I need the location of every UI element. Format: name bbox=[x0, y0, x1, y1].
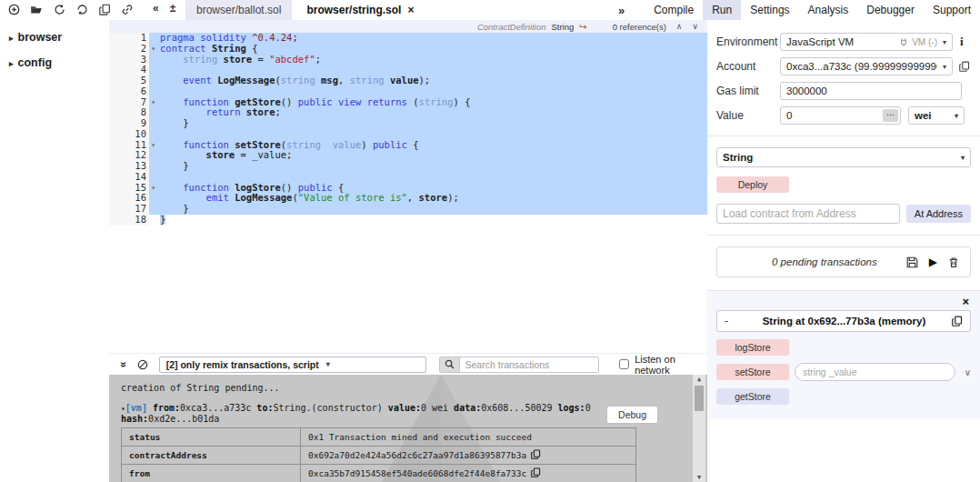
terminal-log-line[interactable]: creation of String pending... bbox=[121, 383, 632, 394]
fold-icon[interactable]: ▾ bbox=[151, 97, 155, 108]
filter-label: [2] only remix transactions, script bbox=[166, 359, 319, 370]
play-icon[interactable]: ▶ bbox=[929, 256, 937, 268]
at-address-row: At Address bbox=[716, 204, 971, 224]
gist-all-icon[interactable]: ± bbox=[170, 2, 176, 15]
divider bbox=[707, 136, 980, 136]
unit-select[interactable]: wei ▾ bbox=[908, 106, 965, 125]
account-select[interactable]: 0xca3...a733c (99.9999999999964582 ▾ bbox=[780, 57, 953, 75]
goto-reference-icon[interactable]: ↪ bbox=[579, 22, 586, 32]
nav-tab-debugger[interactable]: Debugger bbox=[857, 0, 924, 20]
next-reference-icon[interactable]: ∨ bbox=[692, 22, 698, 31]
expand-args-icon[interactable]: ∨ bbox=[965, 367, 971, 377]
function-row: getStore bbox=[716, 388, 971, 405]
terminal-scrollbar[interactable]: ▲ ▼ bbox=[693, 375, 705, 482]
at-address-button[interactable]: At Address bbox=[906, 205, 971, 223]
top-bar: « ± browser/ballot.solbrowser/string.sol… bbox=[0, 0, 980, 20]
scrollbar-thumb[interactable] bbox=[695, 386, 704, 411]
code-text: } bbox=[149, 204, 707, 215]
function-button-logstore[interactable]: logStore bbox=[716, 339, 789, 356]
function-args-input[interactable] bbox=[803, 367, 947, 377]
breadcrumb-node-type: ContractDefinition bbox=[477, 22, 546, 32]
search-icon bbox=[440, 357, 460, 372]
open-file-icon[interactable] bbox=[30, 3, 43, 16]
publish-gist-icon[interactable] bbox=[53, 3, 65, 16]
collapse-instance-icon[interactable]: - bbox=[725, 315, 743, 327]
terminal-output[interactable]: creation of String pending...▾[vm] from:… bbox=[109, 375, 707, 482]
at-address-input[interactable] bbox=[723, 208, 894, 219]
collapse-file-panel-icon[interactable]: « bbox=[153, 2, 159, 15]
sidebar-item-browser[interactable]: ▸browser bbox=[0, 20, 109, 45]
run-panel: Environment JavaScript VM VM (-) ▾ i Acc… bbox=[707, 20, 980, 482]
search-input[interactable] bbox=[460, 357, 599, 372]
nav-tab-analysis[interactable]: Analysis bbox=[799, 0, 858, 20]
sidebar-item-config[interactable]: ▸config bbox=[0, 45, 109, 71]
link-icon[interactable] bbox=[121, 3, 134, 16]
gas-limit-input[interactable] bbox=[786, 85, 955, 96]
listen-on-network: Listen on network bbox=[619, 354, 707, 376]
save-icon[interactable] bbox=[906, 256, 918, 268]
deployed-contract-header[interactable]: - String at 0x692...77b3a (memory) bbox=[716, 310, 971, 332]
code-line[interactable]: 13 } bbox=[109, 161, 707, 172]
sync-icon[interactable] bbox=[75, 3, 88, 16]
editor-tab[interactable]: browser/string.sol× bbox=[295, 0, 425, 20]
listen-checkbox[interactable] bbox=[619, 359, 629, 369]
copy-icon[interactable] bbox=[531, 468, 541, 479]
table-row: status0x1 Transaction mined and executio… bbox=[121, 427, 636, 446]
nav-tab-settings[interactable]: Settings bbox=[741, 0, 798, 20]
terminal-toolbar: « [2] only remix transactions, script ▾ … bbox=[109, 353, 707, 375]
editor-tab[interactable]: browser/ballot.sol bbox=[185, 0, 292, 20]
code-editor[interactable]: 1pragma solidity ^0.4.24;2▾contract Stri… bbox=[109, 33, 707, 353]
recorder-actions: ▶ bbox=[906, 256, 959, 268]
environment-label: Environment bbox=[716, 35, 780, 48]
trash-icon[interactable] bbox=[948, 256, 959, 268]
info-icon[interactable]: i bbox=[960, 35, 964, 49]
copy-address-icon[interactable] bbox=[952, 316, 963, 326]
code-text: return store; bbox=[149, 107, 707, 118]
nav-tab-run[interactable]: Run bbox=[703, 0, 741, 20]
transactions-filter-select[interactable]: [2] only remix transactions, script ▾ bbox=[159, 356, 426, 373]
close-icon[interactable]: × bbox=[716, 295, 971, 308]
function-button-getstore[interactable]: getStore bbox=[716, 388, 789, 405]
pending-transactions-text: 0 pending transactions bbox=[772, 256, 877, 267]
copy-files-icon[interactable] bbox=[98, 3, 111, 16]
fold-icon[interactable]: ▾ bbox=[151, 183, 155, 194]
at-address-field bbox=[716, 204, 900, 224]
function-args-field bbox=[795, 363, 955, 381]
terminal-expand-icon[interactable]: « bbox=[116, 361, 129, 367]
value-input[interactable] bbox=[786, 110, 880, 121]
code-line[interactable]: 17 } bbox=[109, 204, 707, 215]
more-panels-icon[interactable]: » bbox=[611, 4, 645, 17]
scroll-up-icon[interactable]: ▲ bbox=[697, 375, 701, 384]
deploy-button[interactable]: Deploy bbox=[716, 176, 789, 193]
file-toolbar bbox=[7, 3, 134, 16]
function-row: setStore∨ bbox=[716, 363, 971, 381]
debug-button[interactable]: Debug bbox=[606, 406, 658, 424]
line-number: 18 bbox=[109, 215, 149, 226]
scroll-down-icon[interactable]: ▼ bbox=[697, 473, 701, 482]
terminal-clear-icon[interactable] bbox=[137, 359, 148, 370]
value-options-icon[interactable]: ⋯ bbox=[883, 109, 898, 122]
fold-icon[interactable]: ▾ bbox=[151, 140, 155, 151]
environment-select[interactable]: JavaScript VM VM (-) ▾ bbox=[780, 33, 953, 51]
code-line[interactable]: 16 emit LogMessage("Value of store is", … bbox=[109, 193, 707, 204]
code-line[interactable]: 8 return store; bbox=[109, 107, 707, 118]
close-tab-icon[interactable]: × bbox=[407, 4, 414, 16]
code-line[interactable]: 9 } bbox=[109, 118, 707, 129]
function-button-setstore[interactable]: setStore bbox=[716, 364, 789, 380]
code-line[interactable]: 12 store = _value; bbox=[109, 150, 707, 161]
code-line[interactable]: 3 string store = "abcdef"; bbox=[109, 55, 707, 65]
code-line[interactable]: 18} bbox=[109, 215, 707, 226]
folder-label: config bbox=[18, 56, 53, 69]
new-file-icon[interactable] bbox=[7, 3, 20, 16]
fold-icon[interactable]: ▾ bbox=[151, 44, 155, 55]
nav-tab-compile[interactable]: Compile bbox=[645, 0, 703, 20]
previous-reference-icon[interactable]: ∧ bbox=[676, 22, 683, 31]
nav-tab-support[interactable]: Support bbox=[924, 0, 980, 20]
contract-select[interactable]: String ▾ bbox=[716, 147, 971, 167]
copy-icon[interactable] bbox=[531, 450, 541, 461]
plug-icon bbox=[899, 37, 908, 46]
copy-account-icon[interactable] bbox=[959, 61, 970, 72]
terminal-log: creation of String pending...▾[vm] from:… bbox=[109, 375, 632, 425]
code-line[interactable]: 5 event LogMessage(string msg, string va… bbox=[109, 75, 707, 86]
terminal-log-line[interactable]: ▾[vm] from:0xca3...a733c to:String.(cons… bbox=[121, 403, 632, 425]
